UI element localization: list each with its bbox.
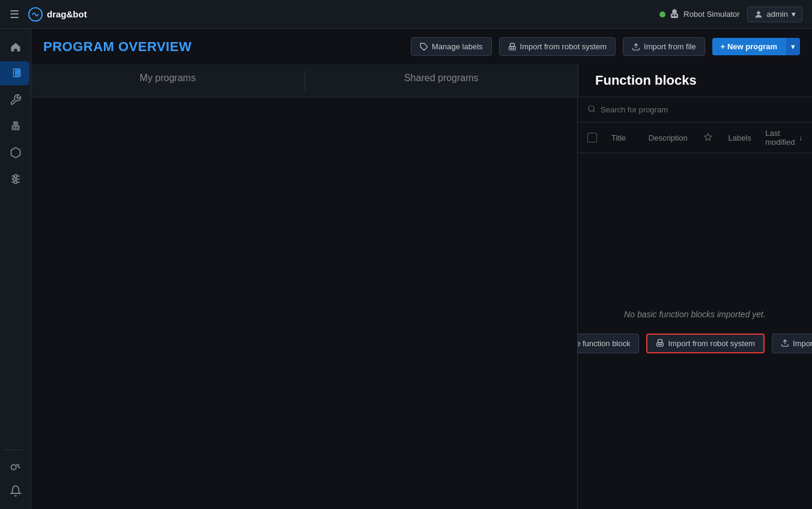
svg-point-39 [661,344,662,345]
robot-label: Robot Simulator [683,10,739,19]
tab-my-programs[interactable]: My programs [31,64,304,97]
topnav: ☰ drag&bot Robot Simulator admin ▾ [0,0,812,29]
manage-labels-label: Manage labels [432,42,483,51]
col-fav-header [704,133,728,143]
empty-import-robot-label: Import from robot system [668,339,754,348]
sidebar-item-programs[interactable] [0,61,29,85]
svg-rect-5 [674,9,676,10]
tabs-section: My programs Shared programs [31,64,578,97]
function-blocks-area: Title Description Labels Last modified ↓ [31,97,812,509]
svg-point-3 [673,14,674,16]
logo-icon [28,7,43,22]
search-icon [587,105,596,115]
col-modified-header[interactable]: Last modified ↓ [765,129,802,147]
svg-marker-33 [705,133,712,140]
col-desc-header: Description [649,133,704,142]
function-blocks-title: Function blocks [595,73,697,88]
svg-point-29 [511,47,512,49]
sidebar-item-key[interactable] [4,454,28,478]
content-area: PROGRAM OVERVIEW Manage labels Import fr… [31,29,812,509]
col-labels-header: Labels [728,133,765,142]
sidebar-item-package[interactable] [4,141,28,165]
admin-menu[interactable]: admin ▾ [747,7,802,22]
svg-rect-27 [510,43,514,46]
sidebar-item-robot[interactable] [4,114,28,138]
new-program-chevron-icon: ▾ [791,42,795,51]
svg-rect-36 [658,340,662,343]
svg-point-38 [659,344,660,345]
admin-label: admin [767,10,788,19]
svg-rect-37 [657,343,664,346]
tab-shared-programs[interactable]: Shared programs [305,64,578,97]
admin-chevron-icon: ▾ [792,10,796,19]
robot-simulator-status: Robot Simulator [659,9,739,20]
file-import-icon [632,43,640,51]
page-title: PROGRAM OVERVIEW [43,39,192,55]
svg-point-15 [16,127,18,129]
col-title-header: Title [611,133,649,142]
import-file-label: Import from file [644,42,696,51]
svg-point-6 [757,11,760,14]
search-input[interactable] [601,105,802,114]
main-layout: PROGRAM OVERVIEW Manage labels Import fr… [0,29,812,509]
svg-point-25 [11,465,16,469]
empty-message: No basic function blocks imported yet. [624,309,766,319]
sidebar-divider [4,450,23,450]
sort-arrow-icon: ↓ [799,134,803,141]
robot-status-indicator [659,11,665,17]
robot-import2-icon [656,339,664,347]
svg-rect-13 [11,125,19,130]
svg-point-14 [13,127,15,129]
logo-text: drag&bot [47,9,87,19]
function-blocks-header: Function blocks [578,64,812,97]
logo: drag&bot [28,7,87,22]
sidebar-item-tools[interactable] [4,88,28,112]
label-icon [420,43,428,51]
create-function-block-label: Create function block [578,339,630,348]
svg-rect-2 [671,13,678,18]
svg-point-4 [675,14,677,16]
svg-rect-28 [509,46,515,50]
svg-point-24 [13,178,16,181]
user-icon [754,10,763,19]
file-import2-icon [781,339,789,347]
svg-point-32 [589,106,594,111]
page-header: PROGRAM OVERVIEW Manage labels Import fr… [31,29,812,64]
new-program-button[interactable]: + New program [712,38,786,55]
import-robot-system-button[interactable]: Import from robot system [499,37,616,56]
robot-import-icon [508,43,517,51]
empty-actions: Create function block Import from robot … [578,334,812,353]
sidebar-bottom [4,446,28,504]
select-all-checkbox[interactable] [587,133,597,142]
create-function-block-button[interactable]: Create function block [578,334,639,353]
svg-rect-12 [13,121,17,126]
right-panel: Title Description Labels Last modified ↓ [578,97,812,509]
search-bar [578,97,812,123]
new-program-label: + New program [721,42,777,51]
menu-icon[interactable]: ☰ [10,8,19,21]
svg-point-30 [512,47,514,49]
svg-rect-1 [673,10,677,13]
empty-import-file-label: Import from file [793,339,812,348]
empty-state: No basic function blocks imported yet. C… [578,153,812,509]
table-section [31,97,578,509]
tabs-function-layout: My programs Shared programs Function blo… [31,64,812,97]
sidebar-item-home[interactable] [4,35,28,59]
new-program-split-button: + New program ▾ [712,38,800,55]
sidebar-item-bell[interactable] [4,479,28,503]
sidebar [0,29,31,509]
empty-import-robot-button[interactable]: Import from robot system [646,334,764,353]
import-robot-label: Import from robot system [520,42,607,51]
import-file-button[interactable]: Import from file [623,37,705,56]
topnav-right: Robot Simulator admin ▾ [659,7,802,22]
sidebar-item-settings[interactable] [4,167,28,191]
empty-import-file-button[interactable]: Import from file [772,334,812,353]
star-icon [704,133,712,141]
manage-labels-button[interactable]: Manage labels [411,37,492,56]
table-header: Title Description Labels Last modified ↓ [578,123,812,153]
new-program-dropdown-button[interactable]: ▾ [786,38,800,55]
robot-icon [669,9,680,20]
col-check-header [587,133,611,142]
